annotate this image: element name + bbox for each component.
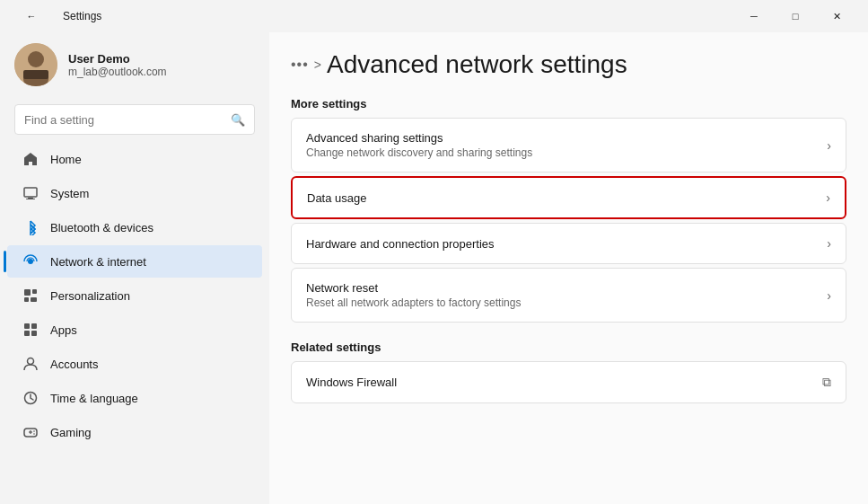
search-input[interactable]: [24, 113, 224, 127]
user-profile[interactable]: User Demo m_lab@outlook.com: [0, 32, 269, 101]
breadcrumb: ••• > Advanced network settings: [291, 50, 846, 79]
sidebar-item-accounts[interactable]: Accounts: [7, 348, 262, 380]
user-name: User Demo: [68, 52, 167, 66]
network-icon: [22, 252, 39, 270]
chevron-right-icon-4: ›: [827, 288, 831, 303]
windows-firewall-item[interactable]: Windows Firewall ⧉: [291, 361, 846, 403]
search-icon: 🔍: [231, 113, 245, 127]
network-reset-text: Network reset Reset all network adapters…: [306, 281, 521, 309]
hardware-connection-item[interactable]: Hardware and connection properties ›: [291, 223, 846, 264]
svg-rect-6: [26, 199, 35, 199]
minimize-button[interactable]: ─: [733, 2, 775, 31]
sidebar: User Demo m_lab@outlook.com 🔍 Home: [0, 32, 269, 504]
breadcrumb-dots: •••: [291, 57, 309, 73]
accounts-icon: [22, 355, 39, 373]
sidebar-label-apps: Apps: [50, 323, 77, 337]
sidebar-item-apps[interactable]: Apps: [7, 314, 262, 346]
system-icon: [22, 184, 39, 202]
personalization-icon: [22, 287, 39, 305]
related-settings-header: Related settings: [291, 340, 846, 354]
svg-rect-12: [31, 323, 37, 329]
svg-point-21: [33, 433, 35, 435]
gaming-icon: [22, 423, 39, 441]
sidebar-label-accounts: Accounts: [50, 358, 98, 371]
svg-rect-11: [24, 323, 30, 329]
svg-point-1: [28, 51, 44, 67]
page-title: Advanced network settings: [327, 50, 627, 79]
titlebar-left: ← Settings: [11, 2, 101, 31]
data-usage-text: Data usage: [307, 191, 367, 205]
sidebar-item-personalization[interactable]: Personalization: [7, 279, 262, 312]
sidebar-item-time[interactable]: Time & language: [7, 382, 262, 414]
hardware-connection-text: Hardware and connection properties: [306, 237, 495, 251]
svg-point-15: [28, 358, 34, 365]
svg-rect-8: [32, 289, 37, 294]
svg-rect-4: [24, 188, 37, 197]
sidebar-label-home: Home: [50, 153, 82, 166]
svg-rect-13: [24, 331, 30, 336]
home-icon: [22, 150, 39, 168]
windows-firewall-title: Windows Firewall: [306, 376, 397, 389]
advanced-sharing-title: Advanced sharing settings: [306, 131, 532, 145]
search-box[interactable]: 🔍: [14, 104, 255, 135]
sidebar-item-network[interactable]: Network & internet: [7, 245, 262, 278]
bluetooth-icon: [22, 218, 39, 236]
apps-icon: [22, 321, 39, 339]
sidebar-item-gaming[interactable]: Gaming: [7, 416, 262, 448]
settings-window: ← Settings ─ □ ✕ Us: [0, 0, 868, 504]
sidebar-label-network: Network & internet: [50, 255, 146, 269]
back-button[interactable]: ←: [11, 2, 52, 31]
hardware-connection-title: Hardware and connection properties: [306, 237, 495, 251]
svg-point-20: [33, 430, 35, 432]
svg-rect-7: [24, 289, 31, 296]
chevron-right-icon-2: ›: [826, 190, 830, 205]
advanced-sharing-subtitle: Change network discovery and sharing set…: [306, 146, 532, 159]
titlebar: ← Settings ─ □ ✕: [0, 0, 868, 32]
sidebar-label-gaming: Gaming: [50, 426, 92, 439]
svg-rect-3: [23, 70, 48, 79]
network-reset-subtitle: Reset all network adapters to factory se…: [306, 296, 521, 309]
sidebar-label-system: System: [50, 187, 89, 200]
chevron-right-icon-3: ›: [827, 236, 831, 251]
breadcrumb-arrow: >: [314, 57, 321, 72]
advanced-sharing-text: Advanced sharing settings Change network…: [306, 131, 532, 159]
svg-rect-14: [31, 331, 37, 336]
sidebar-item-home[interactable]: Home: [7, 143, 262, 175]
network-reset-item[interactable]: Network reset Reset all network adapters…: [291, 268, 846, 323]
content-area: User Demo m_lab@outlook.com 🔍 Home: [0, 32, 868, 504]
svg-rect-10: [31, 297, 37, 302]
external-link-icon: ⧉: [822, 375, 831, 390]
close-button[interactable]: ✕: [816, 2, 857, 31]
user-info: User Demo m_lab@outlook.com: [68, 52, 167, 78]
data-usage-item[interactable]: Data usage ›: [291, 176, 846, 219]
advanced-sharing-item[interactable]: Advanced sharing settings Change network…: [291, 118, 846, 172]
more-settings-header: More settings: [291, 97, 846, 111]
avatar: [14, 43, 57, 86]
main-content: ••• > Advanced network settings More set…: [269, 32, 868, 504]
sidebar-item-system[interactable]: System: [7, 177, 262, 209]
svg-rect-9: [24, 297, 29, 302]
windows-firewall-text: Windows Firewall: [306, 376, 397, 389]
sidebar-item-bluetooth[interactable]: Bluetooth & devices: [7, 211, 262, 243]
sidebar-label-bluetooth: Bluetooth & devices: [50, 221, 153, 234]
user-email: m_lab@outlook.com: [68, 66, 167, 78]
time-icon: [22, 389, 39, 407]
sidebar-label-personalization: Personalization: [50, 289, 130, 303]
sidebar-label-time: Time & language: [50, 392, 138, 405]
network-reset-title: Network reset: [306, 281, 521, 295]
maximize-button[interactable]: □: [775, 2, 816, 31]
chevron-right-icon: ›: [827, 138, 831, 153]
titlebar-controls: ─ □ ✕: [733, 2, 857, 31]
titlebar-title: Settings: [63, 10, 101, 22]
data-usage-title: Data usage: [307, 191, 367, 205]
